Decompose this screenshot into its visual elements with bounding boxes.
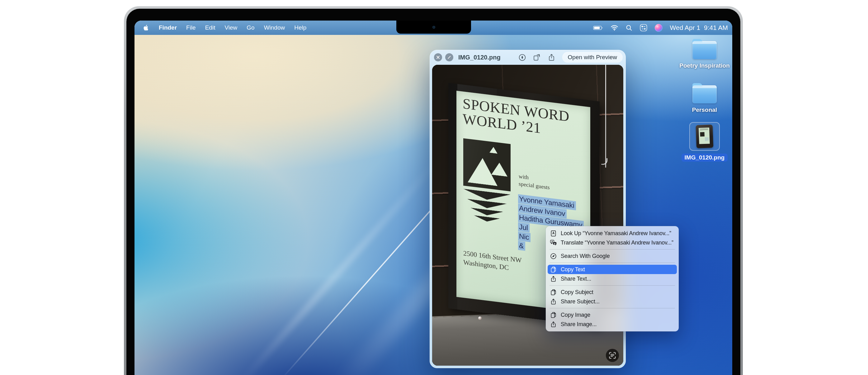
triangle-graphic bbox=[468, 156, 497, 186]
menu-divider bbox=[550, 249, 675, 250]
share-icon bbox=[550, 298, 557, 305]
badge-icon[interactable] bbox=[445, 53, 453, 61]
thumbnail-poster bbox=[699, 127, 710, 144]
menu-item-label: Share Image... bbox=[561, 321, 596, 328]
desktop-icon-poetry-inspiration[interactable]: Poetry Inspiration bbox=[687, 39, 722, 69]
menu-item-copy-text[interactable]: Copy Text bbox=[548, 265, 677, 274]
menu-window[interactable]: Window bbox=[264, 24, 285, 31]
menu-file[interactable]: File bbox=[186, 24, 196, 31]
poster-title: SPOKEN WORD WORLD ’21 bbox=[463, 96, 569, 140]
rotate-icon[interactable] bbox=[533, 54, 541, 61]
scene: FinderFileEditViewGoWindowHelp Wed Apr 1… bbox=[0, 0, 868, 375]
compass-icon bbox=[550, 253, 557, 259]
menu-item-label: Copy Text bbox=[561, 266, 585, 273]
menu-item-label: Share Subject... bbox=[561, 298, 600, 305]
markup-icon[interactable] bbox=[518, 54, 526, 61]
menu-item-copy-subject[interactable]: Copy Subject bbox=[548, 287, 677, 297]
share-icon bbox=[550, 276, 557, 282]
svg-text:A: A bbox=[552, 231, 555, 235]
window-title: IMG_0120.png bbox=[458, 54, 501, 61]
photo-cable bbox=[605, 65, 606, 168]
desktop-icon-label: Personal bbox=[692, 107, 717, 113]
menu-item-share-text[interactable]: Share Text... bbox=[548, 274, 677, 283]
wallpaper-streak bbox=[237, 153, 444, 375]
menu-item-label: Search With Google bbox=[561, 253, 610, 259]
menu-item-label: Copy Subject bbox=[561, 289, 593, 295]
selected-guest-name[interactable]: Nic bbox=[518, 232, 530, 242]
selected-guest-name[interactable]: Jul bbox=[518, 222, 530, 233]
menu-item-label: Copy Image bbox=[561, 312, 590, 318]
copy-icon bbox=[550, 289, 557, 295]
menu-item-label: Share Text... bbox=[561, 276, 591, 282]
image-file-thumbnail bbox=[696, 124, 714, 148]
svg-text:A: A bbox=[551, 240, 553, 242]
menu-bar-status: Wed Apr 1 9:41 AM bbox=[593, 24, 732, 32]
quicklook-toolbar: Open with Preview bbox=[518, 52, 623, 63]
desktop-icon-personal[interactable]: Personal bbox=[687, 83, 722, 113]
menu-divider bbox=[550, 308, 675, 308]
menu-divider bbox=[550, 263, 675, 263]
menu-view[interactable]: View bbox=[224, 24, 237, 31]
menu-item-share-image[interactable]: Share Image... bbox=[548, 320, 677, 329]
poster-frame-button bbox=[478, 316, 482, 320]
live-text-icon[interactable] bbox=[606, 349, 619, 362]
desktop-icon-label-selected: IMG_0120.png bbox=[682, 153, 728, 162]
share-icon[interactable] bbox=[548, 54, 555, 61]
folder-icon bbox=[692, 41, 717, 59]
copy-icon bbox=[550, 266, 557, 273]
menu-edit[interactable]: Edit bbox=[205, 24, 215, 31]
triangle-graphic bbox=[491, 162, 507, 177]
folder-icon bbox=[692, 85, 717, 104]
translate-icon: A bbox=[550, 239, 557, 246]
menu-bar-items: FinderFileEditViewGoWindowHelp bbox=[159, 24, 306, 31]
desktop-icon-label: Poetry Inspiration bbox=[679, 62, 730, 69]
poster-mountain-graphic bbox=[463, 138, 510, 192]
siri-icon[interactable] bbox=[655, 24, 662, 32]
copy-icon bbox=[550, 312, 557, 318]
menu-item-translate-yvonne-yamasaki-andr[interactable]: ATranslate “Yvonne Yamasaki Andrew Ivano… bbox=[548, 238, 677, 247]
share-icon bbox=[550, 321, 557, 328]
quicklook-titlebar: IMG_0120.png Open with Preview bbox=[430, 50, 626, 65]
macbook-frame: FinderFileEditViewGoWindowHelp Wed Apr 1… bbox=[124, 6, 743, 375]
menu-item-label: Look Up “Yvonne Yamasaki Andrew Ivanov..… bbox=[561, 230, 671, 237]
menu-item-copy-image[interactable]: Copy Image bbox=[548, 310, 677, 320]
selected-guest-name[interactable]: & bbox=[518, 241, 525, 251]
poster-with-text: with special guests bbox=[519, 173, 550, 192]
menu-item-look-up-yvonne-yamasaki-andrew[interactable]: ALook Up “Yvonne Yamasaki Andrew Ivanov.… bbox=[548, 229, 677, 238]
menu-item-label: Translate “Yvonne Yamasaki Andrew Ivanov… bbox=[561, 239, 674, 246]
menu-divider bbox=[550, 285, 675, 286]
open-with-preview-button[interactable]: Open with Preview bbox=[562, 52, 623, 63]
screen: FinderFileEditViewGoWindowHelp Wed Apr 1… bbox=[134, 21, 732, 375]
triangle-graphic bbox=[489, 146, 497, 153]
close-icon[interactable] bbox=[434, 53, 442, 61]
selection-box bbox=[689, 122, 720, 151]
menu-item-search-with-google[interactable]: Search With Google bbox=[548, 251, 677, 261]
desktop-icon-img-0120[interactable]: IMG_0120.png bbox=[687, 122, 722, 162]
poster-address: 2500 16th Street NW Washington, DC bbox=[463, 249, 522, 274]
apple-menu-icon[interactable] bbox=[143, 24, 150, 31]
menu-finder[interactable]: Finder bbox=[159, 24, 177, 31]
search-icon[interactable] bbox=[626, 25, 632, 31]
control-center-icon[interactable] bbox=[640, 24, 647, 31]
camera-notch bbox=[396, 21, 471, 34]
battery-icon[interactable] bbox=[593, 26, 603, 30]
menu-go[interactable]: Go bbox=[247, 24, 254, 31]
wifi-icon[interactable] bbox=[611, 25, 618, 31]
poster-triangle-stack bbox=[463, 189, 510, 225]
menu-help[interactable]: Help bbox=[294, 24, 306, 31]
look-up-icon: A bbox=[550, 230, 557, 237]
context-menu: ALook Up “Yvonne Yamasaki Andrew Ivanov.… bbox=[546, 226, 679, 331]
menu-item-share-subject[interactable]: Share Subject... bbox=[548, 297, 677, 306]
display-bezel: FinderFileEditViewGoWindowHelp Wed Apr 1… bbox=[126, 9, 740, 375]
menu-bar-clock[interactable]: Wed Apr 1 9:41 AM bbox=[670, 24, 728, 31]
camera-dot bbox=[432, 26, 435, 29]
